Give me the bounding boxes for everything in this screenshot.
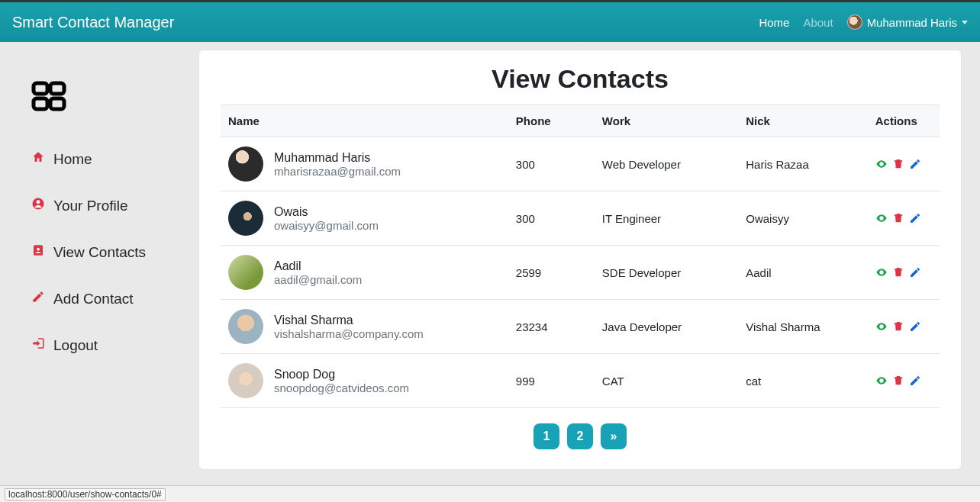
table-row: Owais owaisyy@gmail.com 300 IT Engineer …: [221, 191, 940, 246]
sidebar-item-profile[interactable]: Your Profile: [31, 197, 183, 214]
table-row: Aadil aadil@gmail.com 2599 SDE Developer…: [221, 246, 940, 300]
sidebar-item-logout[interactable]: Logout: [31, 336, 183, 354]
navbar-right: Home About Muhammad Haris: [759, 14, 968, 30]
contact-nick: Haris Razaa: [738, 137, 868, 191]
col-header-phone: Phone: [508, 105, 595, 137]
pagination: 1 2 »: [221, 423, 940, 449]
contacts-table: Name Phone Work Nick Actions: [221, 105, 940, 408]
sidebar-profile-label: Your Profile: [53, 198, 128, 214]
contact-phone: 300: [508, 191, 595, 246]
sidebar-logout-label: Logout: [53, 337, 98, 354]
contact-name: Owais: [274, 205, 379, 219]
table-row: Snoop Dog snoopdog@catvideos.com 999 CAT…: [221, 354, 940, 408]
view-icon[interactable]: [875, 375, 888, 387]
contact-work: Web Developer: [595, 137, 738, 191]
svg-point-9: [880, 217, 882, 220]
contact-avatar: [228, 146, 263, 182]
contact-phone: 23234: [508, 300, 595, 354]
contact-name: Aadil: [274, 259, 362, 273]
sidebar-item-view-contacts[interactable]: View Contacts: [31, 243, 183, 261]
svg-rect-1: [50, 83, 64, 94]
user-icon: [31, 197, 46, 214]
nav-username: Muhammad Haris: [867, 16, 957, 29]
contacts-icon: [31, 243, 46, 261]
nav-about[interactable]: About: [803, 16, 833, 29]
edit-icon[interactable]: [909, 158, 921, 170]
svg-point-5: [37, 200, 40, 204]
contact-name: Snoop Dog: [274, 368, 409, 381]
contact-nick: Aadil: [738, 246, 868, 300]
contact-email: vishalsharma@company.com: [274, 327, 424, 340]
col-header-nick: Nick: [738, 105, 868, 137]
contact-nick: Vishal Sharma: [738, 300, 868, 354]
contact-email: snoopdog@catvideos.com: [274, 381, 409, 394]
contact-email: mharisrazaa@gmail.com: [274, 165, 401, 178]
view-icon[interactable]: [875, 158, 888, 170]
contact-name: Muhammad Haris: [274, 151, 401, 165]
delete-icon[interactable]: [892, 375, 904, 387]
edit-icon[interactable]: [909, 375, 921, 387]
status-url: localhost:8000/user/show-contacts/0#: [5, 488, 166, 500]
svg-point-11: [880, 326, 882, 328]
contacts-card: View Contacts Name Phone Work Nick Actio…: [198, 50, 962, 470]
sidebar-item-add-contact[interactable]: Add Contact: [31, 290, 183, 307]
delete-icon[interactable]: [892, 158, 904, 170]
contact-avatar: [228, 255, 263, 290]
table-row: Vishal Sharma vishalsharma@company.com 2…: [221, 300, 940, 354]
contact-work: IT Engineer: [595, 191, 738, 246]
edit-icon[interactable]: [909, 320, 921, 333]
view-icon[interactable]: [875, 266, 888, 278]
edit-icon[interactable]: [909, 266, 921, 278]
sidebar-add-label: Add Contact: [53, 291, 134, 307]
page-1-button[interactable]: 1: [534, 423, 559, 449]
nav-user-menu[interactable]: Muhammad Haris: [847, 14, 968, 30]
edit-icon[interactable]: [909, 212, 921, 224]
svg-point-8: [880, 163, 882, 166]
page-2-button[interactable]: 2: [567, 423, 593, 449]
table-row: Muhammad Haris mharisrazaa@gmail.com 300…: [221, 137, 940, 191]
contact-work: SDE Developer: [595, 246, 738, 300]
contact-work: Java Developer: [595, 300, 738, 354]
brand-title: Smart Contact Manager: [12, 14, 759, 31]
layout-shell: Home Your Profile View Contacts Add Cont…: [0, 42, 980, 485]
svg-rect-0: [34, 83, 47, 94]
sidebar-view-label: View Contacts: [53, 244, 146, 261]
svg-rect-2: [34, 98, 47, 109]
contact-avatar: [228, 201, 263, 236]
user-avatar-icon: [847, 14, 862, 30]
contact-email: aadil@gmail.com: [274, 273, 362, 286]
contact-phone: 999: [508, 354, 595, 408]
nav-home[interactable]: Home: [759, 16, 789, 29]
svg-point-7: [37, 248, 40, 251]
contact-work: CAT: [595, 354, 738, 408]
page-title: View Contacts: [221, 64, 940, 94]
logout-icon: [31, 336, 46, 354]
contact-phone: 300: [508, 137, 595, 191]
view-icon[interactable]: [875, 212, 888, 224]
contact-avatar: [228, 309, 263, 344]
main-area: View Contacts Name Phone Work Nick Actio…: [198, 42, 980, 485]
contact-nick: Owaisyy: [738, 191, 868, 246]
sidebar-home-label: Home: [53, 151, 92, 168]
delete-icon[interactable]: [892, 266, 904, 278]
svg-point-12: [880, 380, 882, 382]
sidebar-item-home[interactable]: Home: [31, 150, 183, 168]
contact-phone: 2599: [508, 246, 595, 300]
svg-rect-3: [50, 98, 64, 109]
contact-avatar: [228, 363, 263, 398]
home-icon: [31, 150, 46, 168]
delete-icon[interactable]: [892, 212, 904, 224]
svg-point-10: [880, 272, 882, 274]
status-bar: localhost:8000/user/show-contacts/0#: [0, 485, 980, 502]
dashboard-icon[interactable]: [31, 80, 183, 120]
col-header-name: Name: [221, 105, 508, 137]
view-icon[interactable]: [875, 320, 888, 333]
page-next-button[interactable]: »: [601, 423, 627, 449]
contact-email: owaisyy@gmail.com: [274, 219, 379, 232]
sidebar: Home Your Profile View Contacts Add Cont…: [0, 42, 198, 485]
dropdown-caret-icon: [962, 21, 968, 24]
contact-nick: cat: [738, 354, 868, 408]
pencil-icon: [31, 290, 46, 307]
delete-icon[interactable]: [892, 320, 904, 333]
top-navbar: Smart Contact Manager Home About Muhamma…: [0, 2, 980, 42]
